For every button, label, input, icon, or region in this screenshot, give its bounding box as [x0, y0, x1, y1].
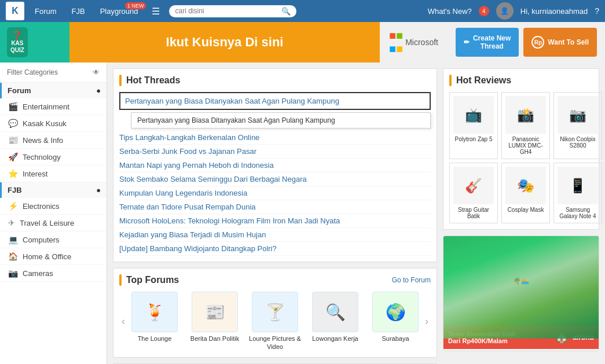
- forum-icon-label: Berita Dan Politik: [190, 334, 239, 343]
- help-icon[interactable]: ?: [595, 6, 599, 16]
- thread-highlighted[interactable]: Pertanyaan yang Biasa Ditanyakan Saat Ag…: [119, 92, 431, 110]
- sidebar-section-forum[interactable]: Forum ●: [0, 83, 107, 98]
- rp-icon: Rp: [531, 36, 544, 49]
- nav-playground-wrapper: Playground 1 NEW: [96, 7, 143, 16]
- forums-title-row: Top Forums: [119, 274, 179, 286]
- review-item[interactable]: 🎭 Cosplay Mask: [501, 163, 550, 223]
- content-area: Hot Threads Pertanyaan yang Biasa Ditany…: [107, 62, 605, 364]
- sidebar-fjb-label: FJB: [8, 186, 22, 194]
- news-icon: 📰: [8, 135, 18, 145]
- interest-icon: ⭐: [8, 169, 18, 178]
- review-item[interactable]: 📱 Samsung Galaxy Note 4: [553, 163, 602, 223]
- hot-reviews-section: Hot Reviews 📺 Polytron Zap 5 📸 Panasonic…: [443, 68, 599, 230]
- search-input[interactable]: [175, 7, 281, 15]
- review-image: 🎸: [453, 167, 494, 204]
- review-image: 📷: [558, 96, 598, 134]
- notification-badge[interactable]: 4: [479, 6, 489, 16]
- banner-left: ❓ KASQUIZ: [0, 22, 69, 62]
- sidebar-item-news[interactable]: 📰 News & Info: [0, 132, 107, 149]
- review-label: Samsung Galaxy Note 4: [558, 207, 598, 219]
- thread-list-item[interactable]: Ternate dan Tidore Pusat Rempah Dunia: [119, 200, 431, 214]
- forum-icon-box: 🍸: [252, 292, 298, 332]
- new-badge: 1 NEW: [125, 2, 146, 9]
- sidebar-item-interest[interactable]: ⭐ Interest: [0, 166, 107, 182]
- sidebar-item-cameras[interactable]: 📷 Cameras: [0, 265, 107, 282]
- thread-list-item[interactable]: Tips Langkah-Langkah Berkenalan Online: [119, 131, 431, 145]
- home-icon: 🏠: [8, 252, 18, 261]
- forum-icon-box: 📰: [192, 292, 238, 332]
- banner-center[interactable]: Ikut Kuisnya Di sini: [69, 22, 380, 62]
- forum-icons-row: ‹ 🍹 The Lounge 📰 Berita Dan Politik 🍸 Lo…: [119, 292, 431, 351]
- quiz-label: KASQUIZ: [10, 40, 24, 54]
- review-item[interactable]: 🎸 Strap Guitar Batik: [449, 163, 498, 223]
- forum-prev-button[interactable]: ‹: [119, 315, 127, 328]
- thread-list-item[interactable]: Mantan Napi yang Pernah Heboh di Indones…: [119, 159, 431, 172]
- sidebar-forum-expand-icon: ●: [96, 86, 101, 95]
- reviews-grid: 📺 Polytron Zap 5 📸 Panasonic LUMIX DMC-G…: [449, 92, 593, 223]
- sidebar-item-label: Technology: [23, 153, 61, 161]
- thread-list: Tips Langkah-Langkah Berkenalan OnlineSe…: [119, 131, 431, 256]
- thread-list-item[interactable]: Stok Sembako Selama Seminggu Dari Berbag…: [119, 172, 431, 186]
- avatar[interactable]: 👤: [496, 2, 514, 20]
- whats-new-link[interactable]: What's New?: [428, 7, 472, 16]
- search-icon[interactable]: 🔍: [281, 7, 291, 16]
- sidebar-item-home-office[interactable]: 🏠 Home & Office: [0, 248, 107, 265]
- forum-icon-item[interactable]: 🔍 Lowongan Kerja: [309, 292, 361, 351]
- thread-list-item[interactable]: Microsoft HoloLens: Teknologi Hologram F…: [119, 214, 431, 228]
- cameras-icon: 📷: [8, 269, 18, 278]
- forum-icon-item[interactable]: 🌍 Surabaya: [369, 292, 421, 351]
- ms-label: Microsoft: [405, 38, 438, 47]
- sidebar-item-label: News & Info: [23, 136, 63, 145]
- review-item[interactable]: 📸 Panasonic LUMIX DMC-GH4: [501, 92, 550, 159]
- want-to-sell-button[interactable]: Rp Want To Sell: [523, 28, 597, 57]
- content-main: Hot Threads Pertanyaan yang Biasa Ditany…: [113, 68, 437, 364]
- review-item[interactable]: 📺 Polytron Zap 5: [449, 92, 498, 159]
- sidebar-item-entertainment[interactable]: 🎬 Entertainment: [0, 98, 107, 115]
- header: K Forum FJB Playground 1 NEW ☰ 🔍 What's …: [0, 0, 605, 22]
- review-image: 📱: [558, 167, 598, 204]
- forum-next-button[interactable]: ›: [423, 315, 431, 328]
- action-buttons: ✏ Create New Thread Rp Want To Sell: [448, 22, 605, 62]
- forum-icon-label: Lowongan Kerja: [312, 334, 358, 343]
- thread-tooltip: Pertanyaan yang Biasa Ditanyakan Saat Ag…: [131, 112, 431, 128]
- hot-reviews-title: Hot Reviews: [456, 75, 511, 86]
- sidebar-section-fjb[interactable]: FJB ●: [0, 182, 107, 198]
- sidebar-item-technology[interactable]: 🚀 Technology: [0, 149, 107, 166]
- ad-banner[interactable]: 🌴🏊 Sewa Akomodasi Unik Dari Rp400K/Malam…: [443, 236, 599, 351]
- thread-list-item[interactable]: Kejadian yang Biasa Terjadi di Musim Huj…: [119, 228, 431, 242]
- sidebar-fjb-expand-icon: ●: [96, 186, 101, 194]
- travel-icon: ✈: [8, 218, 15, 227]
- thread-list-item[interactable]: [Update] Bambang Widjojanto Ditangkap Po…: [119, 242, 431, 256]
- site-logo[interactable]: K: [6, 2, 24, 20]
- sidebar-item-travel[interactable]: ✈ Travel & Leisure: [0, 215, 107, 231]
- filter-icon[interactable]: 👁: [93, 68, 100, 76]
- review-label: Polytron Zap 5: [454, 136, 492, 142]
- thread-list-item[interactable]: Serba-Serbi Junk Food vs Jajanan Pasar: [119, 145, 431, 159]
- sidebar-item-label: Kasak Kusuk: [23, 119, 67, 128]
- forum-icon-item[interactable]: 🍸 Lounge Pictures & Video: [249, 292, 301, 351]
- forum-icon-item[interactable]: 📰 Berita Dan Politik: [189, 292, 241, 351]
- sidebar-item-label: Electronics: [23, 202, 60, 211]
- forum-icon-label: Surabaya: [382, 334, 409, 343]
- sidebar-item-kasak-kusuk[interactable]: 💬 Kasak Kusuk: [0, 115, 107, 132]
- forum-icon-item[interactable]: 🍹 The Lounge: [129, 292, 181, 351]
- sidebar-item-electronics[interactable]: ⚡ Electronics: [0, 198, 107, 215]
- nav-fjb[interactable]: FJB: [67, 7, 90, 16]
- sidebar-item-computers[interactable]: 💻 Computers: [0, 231, 107, 248]
- ad-image: 🌴🏊: [443, 236, 599, 326]
- forum-icon-box: 🌍: [372, 292, 419, 332]
- hot-threads-section: Hot Threads Pertanyaan yang Biasa Ditany…: [113, 68, 437, 262]
- nav-forum[interactable]: Forum: [30, 7, 61, 16]
- review-label: Cosplay Mask: [508, 207, 544, 213]
- username-label: Hi, kurniaoneahmad: [520, 7, 588, 16]
- forum-icon-label: Lounge Pictures & Video: [249, 334, 301, 351]
- go-to-forum-link[interactable]: Go to Forum: [392, 276, 431, 284]
- main-layout: Filter Categories 👁 Forum ● 🎬 Entertainm…: [0, 62, 605, 364]
- search-box: 🔍: [169, 5, 296, 17]
- create-thread-button[interactable]: ✏ Create New Thread: [456, 28, 519, 57]
- sell-label: Want To Sell: [548, 38, 589, 46]
- menu-icon[interactable]: ☰: [148, 6, 163, 17]
- thread-list-item[interactable]: Kumpulan Uang Legendaris Indonesia: [119, 186, 431, 200]
- review-item[interactable]: 📷 Nikon Coolpix S2800: [553, 92, 602, 159]
- review-label: Nikon Coolpix S2800: [558, 136, 598, 149]
